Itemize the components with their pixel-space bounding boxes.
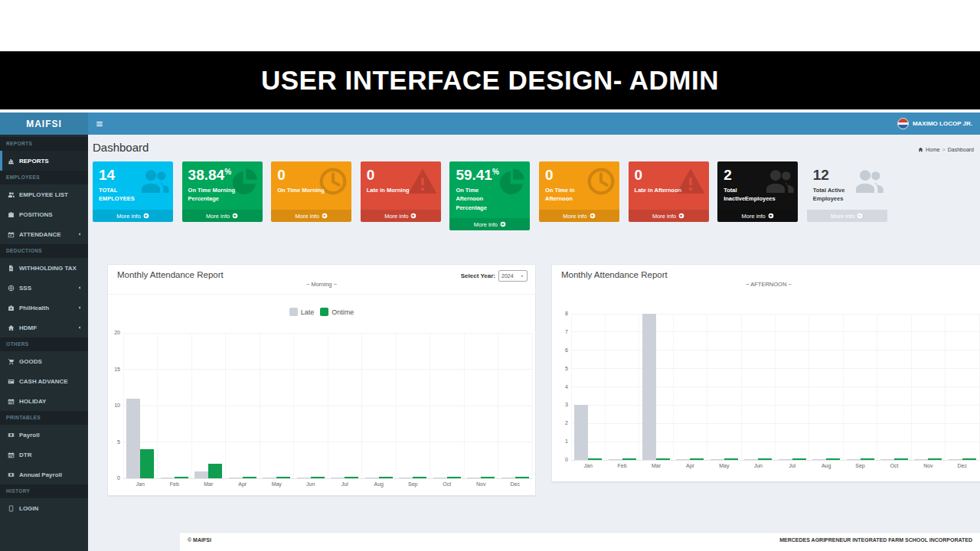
sidebar-item-philhealth[interactable]: PhilHealth [0, 298, 88, 318]
gridline [123, 333, 124, 478]
legend-swatch [289, 308, 298, 316]
sidebar-item-reports[interactable]: REPORTS [0, 151, 88, 171]
sidebar-item-payroll[interactable]: Payroll [0, 425, 88, 445]
legend-swatch [320, 308, 328, 316]
sidebar-section-header: OTHERS [0, 337, 88, 351]
info-box-total-inactiveemployees: 2Total InactiveEmployeesMore info [717, 161, 798, 222]
bar-ontime-sep [861, 458, 874, 461]
more-info-link[interactable]: More info [807, 210, 887, 222]
sidebar-item-cash-advance[interactable]: CASH ADVANCE [0, 371, 88, 391]
y-axis-tick: 6 [556, 347, 568, 353]
bar-ontime-feb [622, 458, 636, 461]
warning-icon [675, 166, 706, 197]
bar-late-aug [365, 478, 379, 478]
sidebar-item-label: LOGIN [19, 505, 83, 512]
x-axis-tick: Jan [577, 463, 599, 468]
bar-ontime-apr [243, 477, 256, 479]
info-box-value: 0 [277, 168, 286, 182]
info-box-on-time-morning: 0On Time MorningMore info [271, 161, 351, 222]
sidebar-item-label: SSS [19, 285, 72, 292]
bar-ontime-jan [588, 458, 602, 461]
more-info-link[interactable]: More info [182, 210, 263, 222]
legend-item-ontime[interactable]: Ontime [320, 308, 354, 316]
morning-chart-subtitle: ~ Morning ~ [108, 281, 535, 288]
bar-ontime-feb [175, 477, 188, 479]
gridline [157, 333, 158, 478]
warning-icon [407, 166, 438, 197]
sidebar-item-holiday[interactable]: HOLIDAY [0, 391, 88, 411]
y-axis-tick: 2 [556, 420, 568, 425]
sidebar-item-hdmf[interactable]: HDMF [0, 318, 88, 337]
arrow-circle-right-icon [768, 213, 774, 219]
user-menu[interactable]: MAXIMO LOCOP JR. [897, 118, 972, 129]
sidebar-item-dtr[interactable]: DTR [0, 445, 88, 465]
more-info-link[interactable]: More info [93, 210, 173, 222]
gridline [293, 333, 294, 478]
arrow-circle-right-icon [410, 213, 416, 219]
y-axis-tick: 0 [556, 457, 568, 462]
more-info-link[interactable]: More info [629, 210, 709, 222]
breadcrumb-home-link[interactable]: Home [926, 147, 940, 152]
gridline [498, 333, 498, 478]
sidebar-item-withholding-tax[interactable]: WITHHOLDING TAX [0, 258, 88, 278]
sidebar-item-sss[interactable]: SSS [0, 278, 88, 298]
bar-ontime-may [276, 477, 290, 479]
bar-ontime-jun [758, 458, 772, 461]
bar-ontime-nov [928, 458, 942, 461]
sidebar-item-positions[interactable]: POSITIONS [0, 204, 88, 224]
money-icon [8, 471, 15, 478]
users-icon [854, 166, 884, 197]
chevron-left-icon [77, 305, 83, 311]
sidebar-item-employee-list[interactable]: EMPLOYEE LIST [0, 184, 88, 204]
slide-canvas: USER INTERFACE DESIGN- ADMIN MAIFSI MAXI… [0, 0, 980, 551]
calendar-icon [8, 398, 15, 405]
legend-item-late[interactable]: Late [289, 308, 315, 316]
arrow-circle-right-icon [857, 213, 863, 219]
afternoon-chart-plot: 012345678JanFebMarAprMayJunJulAugSepOctN… [571, 314, 979, 460]
bar-late-jul [331, 478, 345, 478]
sidebar-toggle-button[interactable] [96, 120, 103, 128]
hamburger-icon [96, 120, 103, 128]
more-info-link[interactable]: More info [717, 210, 798, 222]
users-icon [139, 166, 170, 197]
y-axis-tick: 20 [108, 330, 120, 335]
afternoon-chart-card: Monthly Attendance Report ~ AFTERNOON ~ … [551, 264, 980, 482]
sidebar-section-header: HISTORY [0, 484, 88, 498]
bar-late-oct [433, 478, 447, 478]
sidebar-section-header: PRINTABLES [0, 411, 88, 425]
bar-ontime-aug [379, 477, 393, 479]
more-info-label: More info [206, 213, 230, 220]
bar-late-dec [501, 478, 515, 478]
info-box-on-time-morning-percentage: 38.84%On Time Morning PercentageMore inf… [182, 161, 263, 222]
more-info-link[interactable]: More info [449, 218, 530, 230]
gridline [605, 314, 606, 460]
more-info-link[interactable]: More info [539, 210, 619, 222]
info-box-on-time-afternoon-percentage: 59.41%On Time Afternoon PercentageMore i… [449, 161, 530, 230]
bar-ontime-may [724, 458, 738, 461]
bar-late-jan [574, 405, 588, 460]
bar-late-jun [744, 459, 758, 460]
sidebar-item-annual-payroll[interactable]: Annual Payroll [0, 465, 88, 484]
x-axis-tick: Sep [849, 463, 872, 468]
more-info-link[interactable]: More info [361, 210, 441, 222]
sidebar-item-label: WITHHOLDING TAX [19, 265, 83, 272]
sidebar-item-attendance[interactable]: ATTENDANCE [0, 224, 88, 244]
info-box-value: 38.84% [188, 168, 231, 182]
money-icon [8, 432, 15, 439]
brand-logo[interactable]: MAIFSI [0, 112, 88, 135]
breadcrumb: Home > Dashboard [918, 147, 974, 152]
gridline [430, 333, 430, 478]
home-icon [8, 324, 15, 331]
breadcrumb-separator: > [942, 147, 946, 152]
x-axis-tick: Dec [504, 481, 527, 487]
bar-late-sep [399, 478, 413, 478]
morning-chart-title: Monthly Attendance Report [117, 270, 224, 279]
bar-ontime-oct [894, 458, 908, 461]
year-select[interactable]: 2024 [498, 270, 528, 282]
arrow-circle-right-icon [500, 221, 506, 227]
more-info-link[interactable]: More info [271, 210, 351, 222]
sidebar-item-goods[interactable]: GOODS [0, 351, 88, 371]
bar-late-may [263, 478, 276, 478]
sidebar-item-login[interactable]: LOGIN [0, 498, 88, 518]
gridline [464, 333, 465, 478]
